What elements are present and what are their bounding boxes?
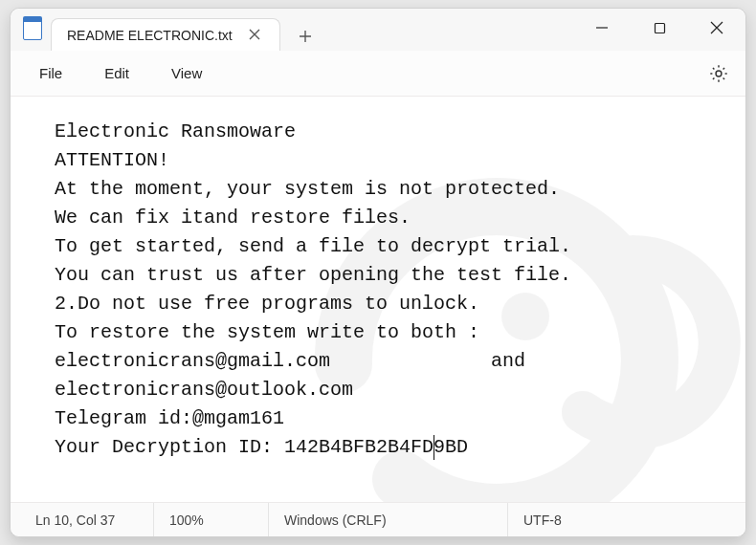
settings-button[interactable] bbox=[700, 54, 738, 93]
close-tab-icon[interactable] bbox=[243, 25, 266, 45]
notepad-window: README ELECTRONIC.txt File Edit View bbox=[10, 8, 746, 537]
window-controls bbox=[573, 9, 745, 51]
menu-view[interactable]: View bbox=[150, 57, 223, 89]
app-icon bbox=[14, 9, 51, 51]
status-zoom[interactable]: 100% bbox=[154, 503, 269, 536]
statusbar: Ln 10, Col 37 100% Windows (CRLF) UTF-8 bbox=[11, 502, 745, 536]
tab-active[interactable]: README ELECTRONIC.txt bbox=[51, 18, 280, 51]
text-content: Electronic Ransmoware ATTENTION! At the … bbox=[55, 118, 726, 462]
tab-title: README ELECTRONIC.txt bbox=[67, 28, 243, 43]
notepad-icon bbox=[23, 19, 42, 40]
maximize-button[interactable] bbox=[631, 9, 688, 47]
menubar: File Edit View bbox=[11, 51, 745, 97]
menu-file[interactable]: File bbox=[18, 57, 83, 89]
gear-icon bbox=[708, 63, 729, 84]
svg-rect-0 bbox=[655, 23, 664, 33]
status-encoding: UTF-8 bbox=[508, 503, 745, 536]
tab-strip: README ELECTRONIC.txt bbox=[51, 9, 573, 51]
new-tab-button[interactable] bbox=[288, 22, 322, 51]
minimize-button[interactable] bbox=[573, 9, 631, 47]
titlebar: README ELECTRONIC.txt bbox=[11, 9, 745, 51]
svg-point-1 bbox=[716, 71, 722, 76]
status-cursor: Ln 10, Col 37 bbox=[11, 503, 154, 536]
menu-edit[interactable]: Edit bbox=[83, 57, 150, 89]
editor-area[interactable]: Electronic Ransmoware ATTENTION! At the … bbox=[11, 97, 745, 502]
status-line-ending: Windows (CRLF) bbox=[269, 503, 508, 536]
close-window-button[interactable] bbox=[688, 9, 745, 47]
